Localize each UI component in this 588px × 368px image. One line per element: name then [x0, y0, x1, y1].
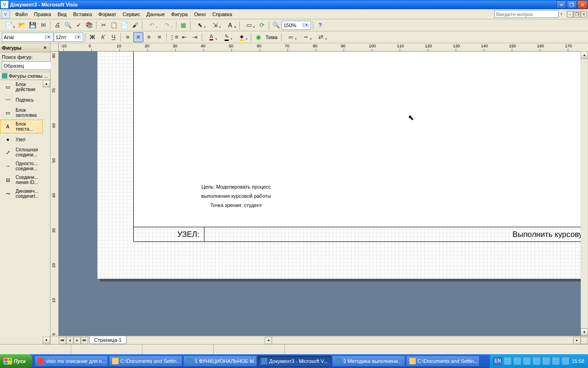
menu-вставка[interactable]: Вставка: [70, 11, 95, 18]
help-button[interactable]: ?: [315, 20, 325, 30]
menu-формат[interactable]: Формат: [95, 11, 119, 18]
diagram-goal-text[interactable]: Цель: Моделировать процесс выполнения ку…: [165, 182, 307, 210]
menu-данные[interactable]: Данные: [143, 11, 168, 18]
align-right-button[interactable]: ≡: [144, 32, 154, 42]
align-center-button[interactable]: ≡: [133, 32, 143, 42]
save-button[interactable]: 💾: [28, 20, 38, 30]
doc-restore-button[interactable]: ❐: [574, 11, 580, 17]
scroll-down-button[interactable]: ▾: [581, 328, 588, 336]
visio-logo-icon[interactable]: V: [1, 10, 10, 18]
shape-item[interactable]: ●Узел: [0, 133, 43, 145]
stencil-button[interactable]: ▦: [178, 20, 188, 30]
menu-вид[interactable]: Вид: [54, 11, 70, 18]
taskbar-item[interactable]: 1 ФУНКЦИОНАЛЬНОЕ М...: [183, 356, 257, 367]
next-page-button[interactable]: ▸: [74, 337, 81, 344]
maximize-button[interactable]: ❐: [567, 0, 577, 9]
drawing-viewport[interactable]: Цель: Моделировать процесс выполнения ку…: [59, 52, 581, 336]
underline-button[interactable]: Ч: [108, 32, 119, 42]
scroll-up-button[interactable]: ▴: [43, 80, 50, 87]
help-dropdown-icon[interactable]: ▾: [560, 12, 562, 16]
connector-tool-button[interactable]: ⇲: [208, 20, 222, 30]
new-button[interactable]: 📄: [2, 20, 17, 30]
close-button[interactable]: ✕: [577, 0, 587, 9]
language-indicator[interactable]: EN: [493, 357, 502, 365]
start-button[interactable]: Пуск: [0, 354, 32, 368]
menu-фигура[interactable]: Фигура: [168, 11, 191, 18]
pointer-tool-button[interactable]: ⬉: [192, 20, 207, 30]
vertical-scrollbar[interactable]: ▴ ▾: [581, 52, 588, 336]
tray-icon[interactable]: [543, 357, 550, 365]
drawing-page[interactable]: Цель: Моделировать процесс выполнения ку…: [97, 52, 581, 279]
fill-color-button[interactable]: ◆: [234, 32, 249, 42]
cut-button[interactable]: ✂: [98, 20, 108, 30]
tray-icon[interactable]: [533, 357, 540, 365]
zoom-tool-button[interactable]: 🔍: [271, 20, 281, 30]
format-painter-button[interactable]: 🖌: [130, 20, 140, 30]
zoom-combo[interactable]: 150% ▾: [282, 21, 311, 30]
font-size-combo[interactable]: 12пт ▾: [54, 33, 83, 42]
print-preview-button[interactable]: 🔍: [63, 20, 73, 30]
vertical-ruler[interactable]: 80706050403020100: [51, 52, 59, 336]
text-tool-button[interactable]: A: [223, 20, 237, 30]
pan-zoom-button[interactable]: [581, 337, 588, 344]
scroll-up-button[interactable]: ▴: [581, 52, 588, 59]
shape-item[interactable]: ⊟Соедини... линия ID...: [0, 173, 43, 187]
taskbar-item[interactable]: C:\Documents and Settin...: [109, 356, 182, 367]
italic-button[interactable]: К: [98, 32, 108, 42]
research-button[interactable]: 📚: [84, 20, 94, 30]
shape-item[interactable]: ▭Блок заголовка: [0, 106, 43, 120]
print-button[interactable]: 🖨: [52, 20, 62, 30]
tray-icon[interactable]: [504, 357, 511, 365]
redo-button[interactable]: ↷: [159, 20, 174, 30]
increase-indent-button[interactable]: ⇥: [190, 32, 200, 42]
scroll-down-button[interactable]: ▾: [43, 337, 50, 344]
menu-правка[interactable]: Правка: [31, 11, 54, 18]
decrease-indent-button[interactable]: ⇤: [179, 32, 189, 42]
doc-minimize-button[interactable]: -: [567, 11, 573, 17]
shape-item[interactable]: →Односто... соедини...: [0, 159, 43, 173]
align-left-button[interactable]: ≡: [123, 32, 133, 42]
taskbar-item[interactable]: 2 Методика выполнени...: [332, 356, 405, 367]
last-page-button[interactable]: ⏭: [81, 337, 88, 344]
taskbar-item[interactable]: Документ3 - Microsoft V...: [258, 356, 331, 367]
first-page-button[interactable]: ⏮: [59, 337, 66, 344]
shape-item[interactable]: ⤳Динамич... соединит...: [0, 187, 43, 201]
font-color-button[interactable]: A: [204, 32, 219, 42]
paste-button[interactable]: 📄: [119, 20, 130, 30]
close-icon[interactable]: ×: [42, 45, 48, 51]
diagram-title-block[interactable]: Цель: Моделировать процесс выполнения ку…: [133, 52, 581, 227]
taskbar-item[interactable]: visio ms описание для н...: [34, 356, 108, 367]
tray-icon[interactable]: [514, 357, 521, 365]
line-ends-button[interactable]: ⇄: [314, 32, 328, 42]
shape-item[interactable]: AБлок текста...: [0, 120, 43, 133]
font-name-combo[interactable]: Arial ▾: [2, 33, 53, 42]
bold-button[interactable]: Ж: [87, 32, 97, 42]
horizontal-scrollbar[interactable]: [272, 337, 573, 344]
bullets-button[interactable]: ⋮≡: [169, 32, 179, 42]
node-cell[interactable]: УЗЕЛ:: [134, 227, 204, 242]
tray-icon[interactable]: [562, 357, 569, 365]
help-search-input[interactable]: [494, 10, 559, 18]
menu-справка[interactable]: Справка: [209, 11, 235, 18]
title-cell[interactable]: Выполнить курсовую работу: [204, 227, 581, 242]
line-color-button[interactable]: ✎: [219, 32, 234, 42]
line-weight-button[interactable]: ═: [283, 32, 298, 42]
open-button[interactable]: 📂: [17, 20, 27, 30]
taskbar-item[interactable]: C:\Documents and Settin...: [406, 356, 480, 367]
tray-icon[interactable]: [523, 357, 531, 365]
menu-файл[interactable]: Файл: [12, 11, 31, 18]
minimize-button[interactable]: ━: [556, 0, 566, 9]
rotate-button[interactable]: ⟳: [257, 20, 267, 30]
shape-item[interactable]: ▭Блок действия: [0, 80, 43, 94]
stencil-header[interactable]: Фигуры схемы ...: [0, 72, 50, 80]
clock[interactable]: 15:58: [571, 358, 584, 364]
tray-icon[interactable]: [552, 357, 560, 365]
hscroll-left-button[interactable]: ◂: [265, 337, 272, 344]
align-justify-button[interactable]: ≡: [154, 32, 164, 42]
hscroll-right-button[interactable]: ▸: [573, 337, 581, 344]
menu-сервис[interactable]: Сервис: [119, 11, 143, 18]
shape-item[interactable]: ⤢Сплошная соедини...: [0, 145, 43, 159]
spell-check-button[interactable]: ✔: [74, 20, 84, 30]
mail-button[interactable]: ✉: [38, 20, 48, 30]
page-tab[interactable]: Страница-1: [89, 336, 127, 344]
